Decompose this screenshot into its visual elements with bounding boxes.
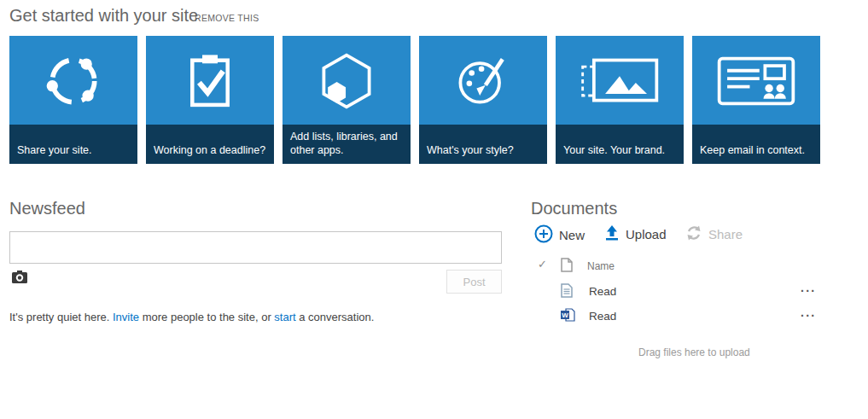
upload-arrow-icon: [604, 224, 620, 244]
select-all-checkmark-icon[interactable]: ✓: [538, 258, 547, 271]
share-sync-icon: [685, 224, 702, 244]
newsfeed-title: Newsfeed: [9, 199, 85, 218]
tile-working-on-deadline[interactable]: Working on a deadline?: [146, 36, 274, 164]
upload-document-button[interactable]: Upload: [604, 224, 667, 244]
getting-started-tiles: Share your site. Working on a deadline? …: [9, 36, 820, 164]
tile-your-site-your-brand[interactable]: Your site. Your brand.: [556, 36, 684, 164]
tile-caption: What's your style?: [419, 125, 547, 164]
hexagon-apps-icon: [283, 36, 411, 125]
newsfeed-post-input[interactable]: [9, 231, 502, 264]
documents-title: Documents: [531, 199, 617, 218]
email-contact-icon: [692, 36, 820, 125]
start-conversation-link[interactable]: start: [274, 311, 295, 323]
palette-brush-icon: [419, 36, 547, 125]
upload-button-label: Upload: [626, 227, 667, 242]
sharepoint-home-page: Get started with your site REMOVE THIS S…: [0, 0, 868, 419]
share-document-button[interactable]: Share: [685, 224, 743, 244]
new-document-button[interactable]: New: [534, 224, 585, 246]
name-column-header[interactable]: Name: [587, 260, 615, 272]
camera-icon[interactable]: [12, 271, 27, 283]
drag-files-hint: Drag files here to upload: [638, 346, 750, 358]
new-button-label: New: [559, 228, 585, 242]
document-type-column-icon: [561, 258, 573, 276]
tile-caption: Add lists, libraries, and other apps.: [283, 125, 411, 164]
document-row-ellipsis-menu[interactable]: ···: [801, 309, 817, 323]
invite-link[interactable]: Invite: [113, 311, 139, 323]
share-circle-icon: [9, 36, 137, 125]
picture-frame-icon: [556, 36, 684, 125]
document-row-link[interactable]: Read: [589, 310, 616, 323]
word-doc-icon: W: [561, 308, 575, 325]
page-title: Get started with your site: [9, 6, 198, 26]
document-row-ellipsis-menu[interactable]: ···: [801, 284, 817, 298]
quiet-text: a conversation.: [296, 311, 375, 323]
tile-caption: Your site. Your brand.: [556, 125, 684, 164]
document-row-link[interactable]: Read: [589, 285, 616, 298]
svg-text:W: W: [562, 311, 568, 319]
tile-caption: Share your site.: [9, 125, 137, 164]
new-plus-icon: [534, 224, 553, 246]
clipboard-check-icon: [146, 36, 274, 125]
post-button[interactable]: Post: [446, 270, 502, 294]
quiet-text: It's pretty quiet here.: [9, 311, 113, 323]
text-file-icon: [561, 283, 573, 301]
remove-this-link[interactable]: REMOVE THIS: [195, 13, 259, 23]
tile-caption: Keep email in context.: [692, 125, 820, 164]
newsfeed-empty-message: It's pretty quiet here. Invite more peop…: [9, 311, 374, 323]
share-button-label: Share: [708, 227, 743, 242]
tile-share-your-site[interactable]: Share your site.: [9, 36, 137, 164]
tile-keep-email-in-context[interactable]: Keep email in context.: [692, 36, 820, 164]
quiet-text: more people to the site, or: [139, 311, 274, 323]
tile-whats-your-style[interactable]: What's your style?: [419, 36, 547, 164]
tile-caption: Working on a deadline?: [146, 125, 274, 164]
tile-add-lists-libraries-apps[interactable]: Add lists, libraries, and other apps.: [283, 36, 411, 164]
